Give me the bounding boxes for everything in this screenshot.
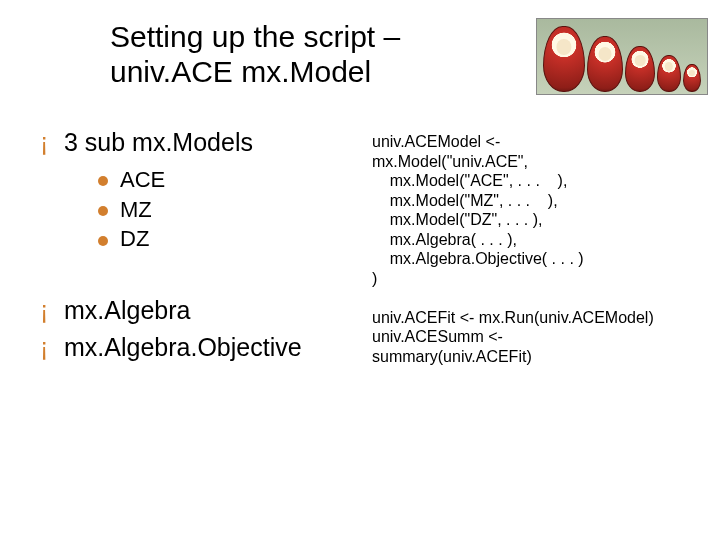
title-line-1: Setting up the script – <box>110 20 400 53</box>
code-line: univ.ACESumm <- <box>372 328 503 345</box>
code-line: summary(univ.ACEFit) <box>372 348 532 365</box>
doll-icon <box>657 55 681 92</box>
code-line: mx.Model("MZ", . . . ), <box>372 192 558 209</box>
disc-bullet-icon <box>98 236 108 246</box>
sub-bullets: ACE MZ DZ <box>98 165 390 254</box>
subbullet-text: ACE <box>120 167 165 192</box>
doll-icon <box>543 26 585 92</box>
bullet-level2: ACE <box>98 165 390 195</box>
subbullet-text: DZ <box>120 226 149 251</box>
code-line: mx.Model("DZ", . . . ), <box>372 211 542 228</box>
doll-icon <box>587 36 623 92</box>
code-line: univ.ACEFit <- mx.Run(univ.ACEModel) <box>372 309 654 326</box>
bullet-list: ¡3 sub mx.Models ACE MZ DZ <box>40 128 390 254</box>
code-line: mx.Algebra.Objective( . . . ) <box>372 250 584 267</box>
matryoshka-image <box>536 18 708 95</box>
ring-bullet-icon: ¡ <box>40 333 64 362</box>
ring-bullet-icon: ¡ <box>40 296 64 325</box>
title-line-2: univ.ACE mx.Model <box>110 55 371 88</box>
bullet-level1: ¡3 sub mx.Models <box>40 128 390 157</box>
code-line: mx.Algebra( . . . ), <box>372 231 517 248</box>
code-line: ) <box>372 270 377 287</box>
slide: Setting up the script – univ.ACE mx.Mode… <box>0 0 720 540</box>
bullet-level1: ¡mx.Algebra.Objective <box>40 333 380 362</box>
subbullet-text: MZ <box>120 197 152 222</box>
code-line: mx.Model("ACE", . . . ), <box>372 172 567 189</box>
bullet-level1: ¡mx.Algebra <box>40 296 380 325</box>
bullet-text: mx.Algebra <box>64 296 190 324</box>
code-block: univ.ACEModel <- mx.Model("univ.ACE", mx… <box>372 132 720 366</box>
doll-icon <box>683 64 701 92</box>
ring-bullet-icon: ¡ <box>40 128 64 157</box>
bullet-text: 3 sub mx.Models <box>64 128 253 156</box>
slide-title: Setting up the script – univ.ACE mx.Mode… <box>110 20 510 89</box>
bullet-level2: DZ <box>98 224 390 254</box>
bullet-list-lower: ¡mx.Algebra ¡mx.Algebra.Objective <box>40 296 380 370</box>
bullet-level2: MZ <box>98 195 390 225</box>
code-line: univ.ACEModel <- <box>372 133 500 150</box>
doll-icon <box>625 46 655 92</box>
disc-bullet-icon <box>98 206 108 216</box>
disc-bullet-icon <box>98 176 108 186</box>
code-line: mx.Model("univ.ACE", <box>372 153 528 170</box>
bullet-text: mx.Algebra.Objective <box>64 333 302 361</box>
